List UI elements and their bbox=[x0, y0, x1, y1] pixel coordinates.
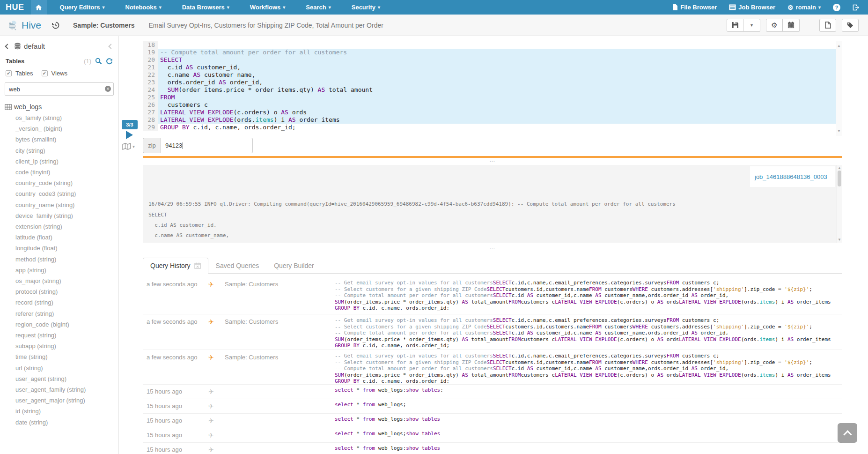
scroll-to-top-button[interactable] bbox=[838, 423, 857, 443]
history-time: 15 hours ago bbox=[147, 446, 208, 454]
line-number: 18 bbox=[143, 41, 158, 49]
column-item[interactable]: protocol (string) bbox=[5, 286, 118, 297]
nav-menu[interactable]: Query Editors ▾ bbox=[55, 4, 110, 11]
history-row[interactable]: a few seconds ago ✈︎ Sample: Customers -… bbox=[143, 274, 842, 314]
nav-menus: Query Editors ▾ Notebooks ▾ Data Browser… bbox=[55, 4, 397, 11]
history-row[interactable]: 15 hours ago ✈︎ select * from web_logs;s… bbox=[143, 414, 842, 428]
schedule-button[interactable] bbox=[783, 19, 800, 32]
log-scrollbar[interactable]: ▲ ▼ bbox=[837, 165, 842, 243]
views-checkbox[interactable]: ✓ bbox=[42, 70, 48, 76]
nav-menu[interactable]: Data Browsers ▾ bbox=[177, 4, 234, 11]
column-item[interactable]: country_code3 (string) bbox=[5, 188, 118, 199]
column-item[interactable]: code (tinyint) bbox=[5, 167, 118, 178]
column-item[interactable]: user_agent_family (string) bbox=[5, 384, 118, 395]
history-query-text[interactable]: select * from web_logs;show tables bbox=[335, 445, 842, 454]
column-item[interactable]: os_family (string) bbox=[5, 112, 118, 123]
column-item[interactable]: client_ip (string) bbox=[5, 156, 118, 167]
column-item[interactable]: url (string) bbox=[5, 363, 118, 373]
column-item[interactable]: device_family (string) bbox=[5, 210, 118, 221]
column-item[interactable]: longitude (float) bbox=[5, 243, 118, 253]
history-row[interactable]: 15 hours ago ✈︎ select * from web_logs;s… bbox=[143, 385, 842, 399]
help-button[interactable]: ? bbox=[833, 4, 840, 11]
column-item[interactable]: os_major (string) bbox=[5, 275, 118, 286]
history-query-text[interactable]: -- Get email survey opt-in values for al… bbox=[335, 353, 842, 384]
history-query-text[interactable]: select * from web_logs;show tables bbox=[335, 416, 842, 428]
column-item[interactable]: user_agent_major (string) bbox=[5, 395, 118, 406]
history-row[interactable]: a few seconds ago ✈︎ Sample: Customers -… bbox=[143, 314, 842, 350]
column-item[interactable]: time (string) bbox=[5, 351, 118, 362]
back-chevron-icon[interactable] bbox=[5, 44, 10, 49]
nav-menu[interactable]: Workflows ▾ bbox=[245, 4, 290, 11]
settings-button[interactable]: ⚙︎ bbox=[766, 19, 783, 32]
column-item[interactable]: date (string) bbox=[5, 417, 118, 428]
history-row[interactable]: 15 hours ago ✈︎ select * from web_logs;s… bbox=[143, 443, 842, 454]
job-browser-link[interactable]: Job Browser bbox=[729, 4, 775, 11]
column-item[interactable]: id (string) bbox=[5, 406, 118, 417]
scroll-up-icon[interactable]: ▲ bbox=[837, 166, 842, 170]
history-row[interactable]: a few seconds ago ✈︎ Sample: Customers -… bbox=[143, 350, 842, 385]
nav-menu[interactable]: Notebooks ▾ bbox=[121, 4, 166, 11]
column-item[interactable]: country_name (string) bbox=[5, 200, 118, 210]
text-cursor bbox=[183, 142, 183, 149]
logout-button[interactable] bbox=[853, 4, 860, 11]
user-menu[interactable]: ⚙︎ romain ▾ bbox=[787, 4, 821, 11]
scroll-up-icon[interactable]: ▲ bbox=[836, 42, 842, 50]
nav-menu[interactable]: Security ▾ bbox=[347, 4, 385, 11]
tab[interactable]: Query Builder bbox=[266, 258, 322, 274]
scroll-down-icon[interactable]: ▼ bbox=[836, 127, 842, 135]
search-icon[interactable] bbox=[95, 58, 102, 65]
history-icon[interactable] bbox=[51, 21, 60, 30]
history-query-text[interactable]: -- Get email survey opt-in values for al… bbox=[335, 280, 842, 314]
column-item[interactable]: app (string) bbox=[5, 265, 118, 275]
tab[interactable]: Query History bbox=[143, 258, 208, 274]
column-item[interactable]: method (string) bbox=[5, 254, 118, 265]
column-item[interactable]: latitude (float) bbox=[5, 232, 118, 243]
tags-button[interactable] bbox=[842, 19, 859, 32]
app-name[interactable]: Hive bbox=[22, 20, 41, 31]
history-row[interactable]: 15 hours ago ✈︎ select * from web_logs;s… bbox=[143, 428, 842, 443]
refresh-icon[interactable] bbox=[106, 58, 113, 65]
file-browser-link[interactable]: File Browser bbox=[672, 4, 717, 11]
column-item[interactable]: referer (string) bbox=[5, 308, 118, 319]
hue-logo[interactable]: HUE bbox=[0, 2, 31, 12]
job-link[interactable]: job_1461888648136_0003 bbox=[755, 173, 827, 180]
column-item[interactable]: user_agent (string) bbox=[5, 373, 118, 384]
database-name[interactable]: default bbox=[24, 42, 45, 50]
column-item[interactable]: _version_ (bigint) bbox=[5, 123, 118, 134]
column-item[interactable]: city (string) bbox=[5, 145, 118, 156]
collapse-sidebar-icon[interactable] bbox=[108, 44, 113, 49]
column-item[interactable]: request (string) bbox=[5, 330, 118, 341]
variable-input[interactable]: 94123 bbox=[161, 138, 253, 153]
tables-checkbox[interactable]: ✓ bbox=[6, 70, 12, 76]
column-item[interactable]: extension (string) bbox=[5, 221, 118, 232]
history-query-text[interactable]: select * from web_logs; bbox=[335, 402, 842, 413]
history-query-text[interactable]: select * from web_logs;show tables bbox=[335, 431, 842, 442]
column-item[interactable]: region_code (bigint) bbox=[5, 319, 118, 330]
history-row[interactable]: 15 hours ago ✈︎ select * from web_logs; bbox=[143, 399, 842, 414]
tab[interactable]: Saved Queries bbox=[208, 258, 267, 274]
column-item[interactable]: record (string) bbox=[5, 297, 118, 308]
save-button[interactable] bbox=[727, 19, 743, 32]
table-filter-input[interactable] bbox=[5, 82, 114, 96]
execute-button[interactable] bbox=[126, 131, 133, 139]
column-item[interactable]: bytes (smallint) bbox=[5, 134, 118, 145]
column-item[interactable]: subapp (string) bbox=[5, 341, 118, 351]
scrollbar-thumb[interactable] bbox=[838, 171, 841, 186]
resize-handle[interactable]: ⋯ bbox=[143, 159, 842, 163]
home-button[interactable] bbox=[31, 0, 47, 15]
history-query-text[interactable]: -- Get email survey opt-in values for al… bbox=[335, 317, 842, 350]
resize-handle[interactable]: ⋯ bbox=[143, 247, 842, 251]
column-item[interactable]: country_code (string) bbox=[5, 178, 118, 188]
history-query-text[interactable]: select * from web_logs;show tables; bbox=[335, 387, 842, 399]
editor-scrollbar[interactable]: ▲ ▼ bbox=[836, 41, 842, 136]
variables-button[interactable]: ▾ bbox=[122, 143, 135, 150]
new-query-button[interactable] bbox=[819, 19, 836, 32]
save-dropdown-button[interactable]: ▾ bbox=[743, 19, 760, 32]
plane-icon: ✈︎ bbox=[208, 417, 225, 428]
nav-menu[interactable]: Search ▾ bbox=[301, 4, 335, 11]
scroll-down-icon[interactable]: ▼ bbox=[837, 238, 842, 242]
clear-filter-icon[interactable]: × bbox=[105, 86, 111, 92]
calendar-remove-icon[interactable] bbox=[194, 262, 201, 269]
table-item-web-logs[interactable]: web_logs bbox=[5, 103, 118, 111]
sql-editor[interactable]: 18 19 -- Compute total amount per order … bbox=[143, 41, 842, 136]
